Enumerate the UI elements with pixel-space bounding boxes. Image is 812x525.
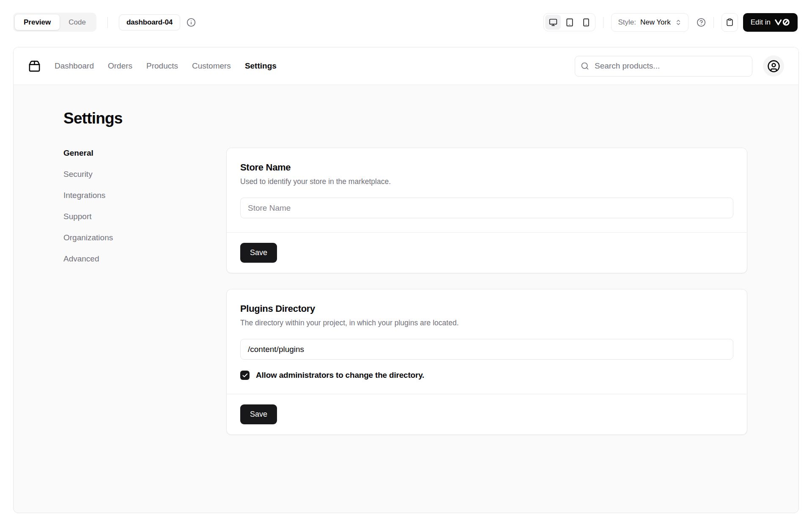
allow-admins-checkbox[interactable]	[240, 371, 250, 380]
style-select-label: Style:	[618, 18, 636, 27]
nav-dashboard[interactable]: Dashboard	[55, 61, 94, 71]
circle-user-icon	[767, 60, 780, 73]
store-navbar: Dashboard Orders Products Customers Sett…	[14, 47, 798, 85]
clipboard-icon	[726, 18, 734, 26]
monitor-icon	[549, 18, 557, 27]
card-title: Plugins Directory	[240, 303, 733, 314]
settings-page: Settings General Security Integrations S…	[14, 85, 798, 435]
viewport-toggle	[543, 13, 595, 31]
checkmark-icon	[242, 372, 248, 379]
sidebar-item-support[interactable]: Support	[63, 212, 226, 221]
style-select-value: New York	[640, 18, 671, 27]
toolbar-divider	[107, 17, 108, 28]
sidebar-item-advanced[interactable]: Advanced	[63, 254, 226, 264]
store-name-card: Store Name Used to identify your store i…	[226, 148, 747, 273]
edit-in-v0-button[interactable]: Edit in	[743, 13, 798, 32]
nav-orders[interactable]: Orders	[108, 61, 132, 71]
view-toggle: Preview Code	[13, 13, 96, 32]
save-button[interactable]: Save	[240, 243, 277, 263]
sidebar-item-security[interactable]: Security	[63, 170, 226, 179]
nav-links: Dashboard Orders Products Customers Sett…	[55, 61, 277, 71]
copy-code-button[interactable]	[721, 13, 738, 32]
search-input[interactable]	[575, 56, 752, 77]
user-menu-button[interactable]	[763, 55, 784, 77]
card-title: Store Name	[240, 162, 733, 173]
plugins-directory-card: Plugins Directory The directory within y…	[226, 289, 747, 435]
tab-code[interactable]: Code	[60, 14, 95, 30]
nav-products[interactable]: Products	[146, 61, 178, 71]
tab-preview[interactable]: Preview	[15, 14, 60, 30]
save-button[interactable]: Save	[240, 404, 277, 424]
smartphone-icon	[582, 18, 590, 27]
page-title: Settings	[63, 110, 747, 127]
plugins-directory-input[interactable]	[240, 339, 733, 360]
preview-frame: Dashboard Orders Products Customers Sett…	[13, 47, 799, 513]
nav-customers[interactable]: Customers	[192, 61, 231, 71]
nav-settings[interactable]: Settings	[245, 61, 277, 71]
tablet-view-button[interactable]	[562, 15, 577, 30]
help-icon[interactable]	[697, 18, 706, 27]
toolbar-divider	[603, 17, 604, 28]
card-description: The directory within your project, in wh…	[240, 319, 733, 327]
mobile-view-button[interactable]	[578, 15, 594, 30]
product-search	[575, 56, 752, 77]
block-name-badge: dashboard-04	[119, 14, 180, 30]
desktop-view-button[interactable]	[545, 15, 561, 30]
allow-admins-checkbox-label[interactable]: Allow administrators to change the direc…	[256, 371, 424, 380]
settings-sidebar: General Security Integrations Support Or…	[63, 148, 226, 264]
info-icon[interactable]	[187, 18, 196, 27]
sidebar-item-organizations[interactable]: Organizations	[63, 233, 226, 242]
tablet-icon	[565, 18, 574, 27]
store-name-input[interactable]	[240, 198, 733, 218]
sidebar-item-general[interactable]: General	[63, 148, 226, 158]
sidebar-item-integrations[interactable]: Integrations	[63, 191, 226, 200]
edit-in-v0-label: Edit in	[751, 18, 771, 27]
chevrons-up-down-icon	[675, 19, 682, 26]
style-select[interactable]: Style: New York	[611, 13, 688, 32]
toolbar-divider	[713, 17, 714, 28]
card-description: Used to identify your store in the marke…	[240, 177, 733, 186]
blocks-toolbar: Preview Code dashboard-04 Style: New Yor…	[0, 0, 812, 47]
v0-logo-icon	[774, 18, 790, 26]
package-icon[interactable]	[28, 60, 41, 73]
